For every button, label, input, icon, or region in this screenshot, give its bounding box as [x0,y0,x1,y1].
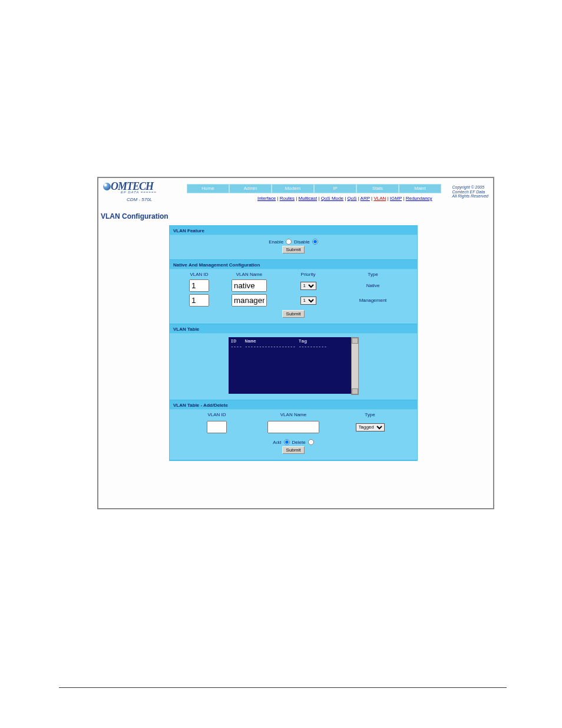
section-native-title: Native And Management Configuration [170,260,417,269]
copyright-line1: Copyright © 2005 [452,185,485,189]
native-row1-type: Management [338,298,408,303]
nav-home[interactable]: Home [187,184,229,193]
nav-stats[interactable]: Stats [356,184,399,193]
nav-maint[interactable]: Maint [399,184,441,193]
main-panel: VLAN Feature Enable Disable Submit Nativ… [169,225,418,461]
adddel-submit-button[interactable]: Submit [282,446,305,454]
delete-radio[interactable] [308,439,314,445]
subnav-multicast[interactable]: Multicast [299,196,318,201]
enable-radio[interactable] [286,239,292,245]
enable-label: Enable [269,239,283,245]
adddel-hdr-name: VLAN Name [255,412,332,417]
section-native-body: VLAN ID VLAN Name Priority Type 1 Native… [170,269,417,324]
page-title: VLAN Configuration [101,212,168,220]
hdr-priority: Priority [279,272,338,277]
copyright-line3: All Rights Reserved [452,194,488,198]
header-bar: OMTECH EF DATA ====== CDM - 570L Home Ad… [98,178,493,202]
native-row1-priority[interactable]: 1 [300,297,316,305]
native-submit-button[interactable]: Submit [282,310,305,318]
brand-subtext1: EF DATA ====== [121,190,157,194]
section-table-body: ID Name Tag ---- ------------------ ----… [170,333,417,400]
nav-modem[interactable]: Modem [272,184,314,193]
vlan-table-listbox[interactable]: ID Name Tag ---- ------------------ ----… [229,337,351,394]
native-row0-name[interactable] [232,279,267,292]
native-row1-name[interactable] [232,294,267,307]
add-label: Add [273,440,281,445]
disable-radio[interactable] [312,239,318,245]
page-rule [59,687,507,688]
section-feature-body: Enable Disable Submit [170,235,417,260]
subnav-routes[interactable]: Routes [280,196,295,201]
add-radio[interactable] [284,439,290,445]
section-feature-title: VLAN Feature [170,226,417,235]
subnav-redundancy[interactable]: Redundancy [406,196,432,201]
section-table-title: VLAN Table [170,324,417,333]
globe-icon [103,183,111,190]
subnav-qosmode[interactable]: QoS Mode [321,196,343,201]
native-row0-id[interactable] [189,279,209,292]
subnav-interface[interactable]: Interface [257,196,276,201]
section-adddel-title: VLAN Table - Add/Delete [170,400,417,409]
nav-admin[interactable]: Admin [229,184,272,193]
disable-label: Disable [294,239,310,245]
native-row1-id[interactable] [189,294,209,307]
subnav: Interface | Routes | Multicast | QoS Mod… [257,196,432,201]
brand-model: CDM - 570L [127,197,152,202]
adddel-hdr-type: Type [332,412,408,417]
adddel-type-select[interactable]: Tagged [356,423,385,431]
hdr-vlan-name: VLAN Name [220,272,279,277]
adddel-id-input[interactable] [207,421,227,433]
subnav-qos[interactable]: QoS [347,196,356,201]
native-row0-priority[interactable]: 1 [300,282,316,290]
copyright-line2: Comtech EF Data [452,190,485,194]
subnav-igmp[interactable]: IGMP [390,196,402,201]
subnav-vlan[interactable]: VLAN [373,196,386,201]
feature-submit-button[interactable]: Submit [282,246,305,253]
delete-label: Delete [292,440,306,445]
adddel-name-input[interactable] [267,421,319,433]
adddel-hdr-id: VLAN ID [178,412,255,417]
section-adddel-body: VLAN ID VLAN Name Type Tagged Add Delete [170,409,417,460]
native-row0-type: Native [338,283,408,288]
subnav-arp[interactable]: ARP [361,196,370,201]
nav-ip[interactable]: IP [314,184,356,193]
copyright: Copyright © 2005 Comtech EF Data All Rig… [452,185,488,199]
hdr-type: Type [338,272,408,277]
vlan-table-scrollbar[interactable] [351,337,359,395]
nav-tabs: Home Admin Modem IP Stats Maint [187,184,441,193]
hdr-vlan-id: VLAN ID [178,272,220,277]
